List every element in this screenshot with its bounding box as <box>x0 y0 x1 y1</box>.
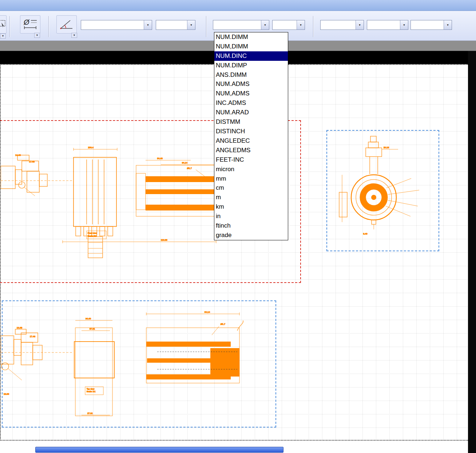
dimension-style-combo[interactable]: ▼ <box>213 20 269 30</box>
dropdown-item[interactable]: NUM.DINC <box>214 51 288 61</box>
dropdown-item[interactable]: mm <box>214 174 288 184</box>
scale-label: Scale: 2:1 <box>88 235 96 237</box>
chevron-down-icon: ▼ <box>403 24 405 26</box>
dropdown-item[interactable]: NUM.DIMP <box>214 61 288 70</box>
flange-drawing: 20.16 8.40 <box>339 136 419 235</box>
toolbar-combo-5-value[interactable] <box>321 20 356 29</box>
right-black-region <box>468 51 476 453</box>
toolbar-combo-1-dropdown-button[interactable]: ▼ <box>144 20 152 29</box>
dim-label: 84.40 <box>157 157 163 159</box>
dim-label: 84.14 <box>182 162 188 164</box>
horizontal-scrollbar[interactable] <box>0 441 468 453</box>
dim-label: Ø1.7 <box>187 167 192 169</box>
dropdown-item[interactable]: NUM,ADMS <box>214 89 288 98</box>
dim-label: 20.16 <box>384 146 389 149</box>
dropdown-item[interactable]: ftinch <box>214 221 288 231</box>
toolbar-combo-6-value[interactable] <box>367 20 400 29</box>
dropdown-item[interactable]: grade <box>214 231 288 240</box>
chevron-down-icon: ▼ <box>264 24 266 26</box>
dim-label: 84.14 <box>205 311 210 313</box>
dimension-style-combo-dropdown-button[interactable]: ▼ <box>261 20 269 29</box>
toolbar-combo-4-value[interactable] <box>273 20 297 29</box>
view-label: Top view <box>87 388 94 390</box>
toolbar-separator <box>48 16 49 37</box>
angle-dimension-icon <box>59 17 75 31</box>
dim-label: Ø1.7 <box>221 323 226 325</box>
selection-tool-icon <box>0 19 6 30</box>
angle-dimension-flyout-arrow[interactable]: ▼ <box>71 33 77 38</box>
dropdown-item[interactable]: ANGLEDEC <box>214 136 288 146</box>
view-label: Front view <box>88 232 97 234</box>
dropdown-item[interactable]: DISTMM <box>214 117 288 127</box>
bottom-drawing: 14.48 17.43 18.66 34.40 37.31 27.31 <box>1 311 243 416</box>
toolbar-combo-7-value[interactable] <box>411 20 444 29</box>
dropdown-item[interactable]: ANS.DIMM <box>214 70 288 80</box>
toolbar-combo-7-dropdown-button[interactable]: ▼ <box>444 20 452 29</box>
chevron-down-icon: ▼ <box>190 24 193 26</box>
dim-label: 8.40 <box>363 233 368 235</box>
dropdown-item[interactable]: FEET-INC <box>214 155 288 165</box>
scale-label: Scale: 2:1 <box>87 390 95 393</box>
chevron-down-icon: ▼ <box>300 24 302 26</box>
toolbar-combo-1[interactable]: ▼ <box>81 20 152 30</box>
diameter-dimension-button[interactable]: Ø <box>20 15 40 34</box>
toolbar-separator <box>9 16 10 37</box>
dimension-style-combo-value[interactable] <box>213 20 261 29</box>
title-bar <box>0 0 476 11</box>
dropdown-item[interactable]: INC.ADMS <box>214 98 288 108</box>
diameter-dimension-icon: Ø <box>22 17 38 31</box>
selection-tool-button[interactable] <box>0 15 7 34</box>
toolbar-combo-2-dropdown-button[interactable]: ▼ <box>187 20 195 29</box>
dropdown-item[interactable]: in <box>214 212 288 221</box>
main-drawing: 200.4 84.40 84.14 Ø1.7 14.48 17.43 <box>1 146 216 258</box>
toolbar-separator <box>206 16 207 37</box>
toolbar-combo-1-value[interactable] <box>81 20 144 29</box>
dropdown-item[interactable]: km <box>214 202 288 212</box>
dim-label: 14.48 <box>17 327 23 329</box>
dropdown-item[interactable]: NUM.DIMM <box>214 32 288 42</box>
dropdown-list[interactable]: NUM.DIMMNUM,DIMMNUM.DINCNUM.DIMPANS.DIMM… <box>214 32 288 240</box>
toolbar-combo-6[interactable]: ▼ <box>367 20 408 30</box>
dropdown-item[interactable]: micron <box>214 165 288 174</box>
dim-label: 17.43 <box>30 335 36 338</box>
dropdown-item[interactable]: NUM.ADMS <box>214 80 288 89</box>
toolbar-combo-2-value[interactable] <box>156 20 187 29</box>
dim-label: 18.66 <box>4 393 9 395</box>
dropdown-item[interactable]: cm <box>214 184 288 193</box>
toolbar-combo-5-dropdown-button[interactable]: ▼ <box>356 20 364 29</box>
dim-label: 110.66 <box>161 239 168 241</box>
chevron-down-icon: ▼ <box>147 24 149 26</box>
dropdown-item[interactable]: m <box>214 193 288 202</box>
dim-label: 34.40 <box>86 318 91 320</box>
diameter-dimension-flyout-arrow[interactable]: ▼ <box>34 33 40 38</box>
toolbar-combo-4-dropdown-button[interactable]: ▼ <box>297 20 305 29</box>
dropdown-item[interactable]: NUM.ARAD <box>214 108 288 117</box>
dropdown-item[interactable]: NUM,DIMM <box>214 42 288 51</box>
dropdown-item[interactable]: ANGLEDMS <box>214 146 288 155</box>
toolbar-combo-2[interactable]: ▼ <box>156 20 195 30</box>
toolbar-combo-5[interactable]: ▼ <box>320 20 364 30</box>
toolbar-combo-4[interactable]: ▼ <box>272 20 305 30</box>
svg-text:Ø: Ø <box>23 18 30 26</box>
toolbar-combo-6-dropdown-button[interactable]: ▼ <box>400 20 408 29</box>
toolbar-combo-7[interactable]: ▼ <box>410 20 452 30</box>
chevron-down-icon: ▼ <box>447 24 449 26</box>
dim-label: 200.4 <box>88 146 94 149</box>
dropdown-item[interactable]: DISTINCH <box>214 127 288 136</box>
angle-dimension-button[interactable] <box>56 15 77 34</box>
dim-label: 27.31 <box>87 412 93 414</box>
toolbar-separator <box>313 16 314 37</box>
application-window: ▼ Ø ▼ ▼ ▼ <box>0 0 476 453</box>
selection-tool-flyout-arrow[interactable]: ▼ <box>0 34 6 39</box>
dim-label: 37.31 <box>90 328 95 330</box>
chevron-down-icon: ▼ <box>358 24 361 26</box>
horizontal-scrollbar-thumb[interactable] <box>35 447 283 453</box>
